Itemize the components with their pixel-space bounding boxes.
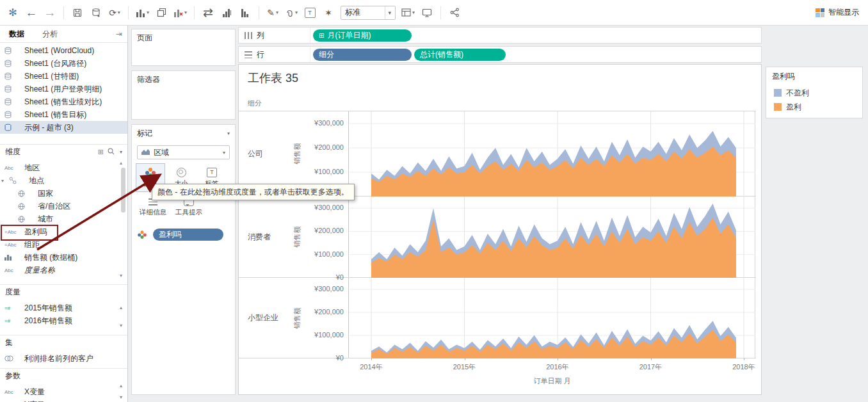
data-source-item-4[interactable]: Sheet1 (销售业绩对比) [0,95,127,108]
bins-icon [4,254,21,261]
sets-list: 利润排名前列的客户 [0,350,127,365]
shelves: 列 ⊞月(订单日期) 行 细分总计(销售额) [238,27,762,65]
tab-data[interactable]: 数据 [0,26,33,42]
hierarchy-icon [9,177,26,184]
search-icon[interactable] [108,148,115,156]
clear-sheet-icon[interactable]: ▾ [173,5,187,20]
area-chart-panel-0[interactable] [349,111,755,196]
row-header[interactable]: 消费者 [239,197,290,277]
swap-axes-icon[interactable]: ⇄ [202,5,214,20]
row-header[interactable]: 小型企业 [239,278,290,358]
save-icon[interactable] [71,5,84,20]
x-tick-mark [558,358,558,360]
legend-title[interactable]: 盈利吗 [766,67,862,86]
redo-icon[interactable]: → [44,5,56,20]
abc-icon: Abc [4,268,21,273]
data-source-item-3[interactable]: Sheet1 (用户登录明细) [0,83,127,95]
date-field-icon: ⊞ [319,32,324,39]
tab-analytics[interactable]: 分析 [33,26,67,42]
show-hide-cards-icon[interactable]: ▾ [401,5,415,20]
field-label: 度量名称 [24,265,55,276]
dimension-item-7[interactable]: 销售额 (数据桶) [0,251,127,264]
scroll-down-icon[interactable]: ▾ [120,273,122,278]
share-icon[interactable] [448,5,461,20]
columns-shelf[interactable]: 列 ⊞月(订单日期) [238,27,762,44]
show-me-button[interactable]: 智能显示 [816,7,862,18]
chart-row-1: 消费者销售额¥300,000¥200,000¥100,000¥0 [239,197,756,278]
dimension-item-6[interactable]: =Abc组距 [0,238,127,251]
area-chart-panel-2[interactable] [349,278,755,358]
x-tick-label: 2015年 [447,362,483,372]
legend-label: 不盈利 [786,88,809,99]
rows-pill-0[interactable]: 细分 [313,49,412,61]
parameter-item-0[interactable]: AbcX变量 [0,385,127,398]
measures-header-label: 度量 [5,287,20,298]
pause-auto-updates-icon[interactable]: ⟳▾ [108,5,121,20]
new-data-source-icon[interactable] [90,5,102,20]
tableau-logo-icon: ✻ [6,5,19,20]
chevron-down-icon[interactable]: ▾ [385,6,392,19]
dimension-item-1[interactable]: ▾地点 [0,174,127,187]
fit-dropdown-value: 标准 [345,7,360,18]
show-mark-labels-icon[interactable]: T [303,5,316,20]
pane-tabs: 数据 分析 ⇥ [0,26,127,43]
legend-item[interactable]: 盈利 [766,100,862,114]
expand-caret-icon[interactable]: ▾ [1,178,6,184]
duplicate-sheet-icon[interactable] [155,5,168,20]
rows-pill-1[interactable]: 总计(销售额) [414,49,506,61]
scroll-up-icon[interactable]: ▴ [120,383,122,389]
group-members-icon[interactable]: ▾ [285,5,298,20]
scroll-down-icon[interactable]: ▾ [120,394,122,400]
dimension-item-5[interactable]: =Abc盈利吗 [0,225,127,238]
chevron-down-icon[interactable]: ▾ [223,150,225,156]
y-axis-title: 销售额 [290,278,304,358]
sort-ascending-icon[interactable] [220,5,233,20]
data-source-item-0[interactable]: Sheet1 (WordCloud) [0,44,127,57]
fit-dropdown[interactable]: 标准 ▾ [341,6,396,20]
sheet-title[interactable]: 工作表 35 [248,70,298,86]
x-axis-title: 订单日期 月 [349,376,755,386]
color-pill[interactable]: 盈利吗 [153,229,223,241]
scroll-down-icon[interactable]: ▾ [120,323,122,328]
dimension-item-8[interactable]: Abc度量名称 [0,264,127,277]
presentation-mode-icon[interactable] [421,5,433,20]
pane-menu-icon[interactable]: ▾ [120,149,122,155]
undo-icon[interactable]: ← [25,5,38,20]
area-chart-panel-1[interactable] [349,197,755,277]
new-worksheet-icon[interactable]: ▾ [136,5,149,20]
data-source-item-5[interactable]: Sheet1 (销售目标) [0,108,127,121]
data-source-item-6[interactable]: 示例 - 超市 (3) [0,121,127,134]
rows-shelf[interactable]: 行 细分总计(销售额) [238,46,762,63]
marks-menu-icon[interactable]: ▾ [227,131,230,136]
dimension-item-2[interactable]: 国家 [0,187,127,200]
filters-card[interactable]: 筛选器 [131,70,236,120]
collapse-pane-icon[interactable]: ⇥ [116,29,127,38]
data-source-item-1[interactable]: Sheet1 (台风路径) [0,57,127,70]
mark-type-dropdown[interactable]: 区域 ▾ [137,145,230,159]
globe-icon [18,203,35,210]
fix-axes-icon[interactable]: ✶ [322,5,335,20]
measure-item-1[interactable]: =#2016年销售额 [0,314,127,327]
view-data-grid-icon[interactable]: ⊞ [98,148,104,156]
marks-card-label: 标记 [137,128,152,139]
sets-header: 集 [0,335,127,350]
abc-calc-icon: =Abc [4,229,21,235]
measure-item-0[interactable]: =#2015年销售额 [0,302,127,314]
dimension-item-0[interactable]: Abc地区 [0,161,127,174]
dimension-item-3[interactable]: 省/自治区 [0,200,127,213]
highlight-icon[interactable]: ✎▾ [266,5,279,20]
field-label: 国家 [38,188,53,199]
sort-descending-icon[interactable] [239,5,252,20]
row-field-header[interactable]: 细分 [248,99,262,108]
color-legend-card: 盈利吗 不盈利 盈利 [766,67,863,118]
dimension-item-4[interactable]: 城市 [0,213,127,225]
legend-item[interactable]: 不盈利 [766,86,862,100]
data-source-item-2[interactable]: Sheet1 (甘特图) [0,70,127,83]
set-item-0[interactable]: 利润排名前列的客户 [0,352,127,365]
pages-card[interactable]: 页面 [131,29,236,66]
parameter-item-1[interactable]: AbcY变量 [0,398,127,402]
scroll-up-icon[interactable]: ▴ [120,305,122,310]
scroll-up-icon[interactable]: ▴ [120,160,122,166]
columns-pill-0[interactable]: ⊞月(订单日期) [313,29,412,42]
scrollbar-thumb[interactable] [121,168,125,213]
